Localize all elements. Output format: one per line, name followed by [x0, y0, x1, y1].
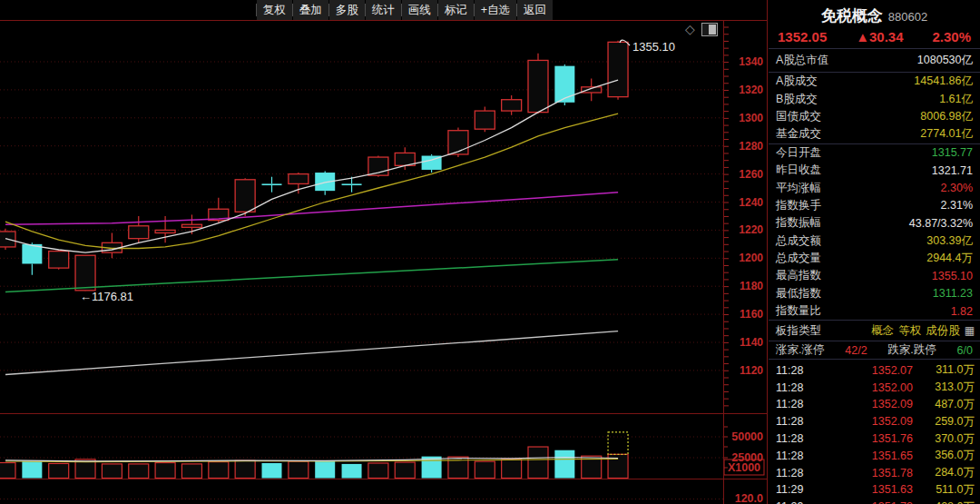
candle	[342, 183, 362, 185]
draw-line-button[interactable]: 画线	[402, 0, 437, 20]
svg-text:1280: 1280	[739, 140, 763, 153]
svg-text:1355.10: 1355.10	[632, 40, 675, 54]
volume-bar	[528, 447, 548, 478]
back-button[interactable]: 返回	[517, 0, 553, 20]
tick-price: 1352.09	[819, 398, 913, 410]
tick-time: 11:28	[769, 381, 819, 394]
tick-volume: 370.0万	[913, 431, 980, 447]
info-row-label: 最低指数	[776, 286, 821, 301]
tick-price: 1352.09	[819, 415, 913, 428]
kline-chart[interactable]: 1340132013001280126012401220120011801160…	[0, 0, 768, 504]
info-row: 最低指数1311.23	[769, 285, 980, 302]
tick-price: 1351.73	[819, 500, 913, 504]
decliners-value: 6/0	[957, 344, 973, 357]
chart-toolbar: 复权叠加多股统计画线标记+自选返回	[256, 0, 553, 20]
candle	[75, 255, 95, 291]
info-row-label: 总成交额	[776, 233, 821, 249]
adjust-price-button[interactable]: 复权	[257, 0, 292, 20]
svg-text:50000: 50000	[731, 430, 763, 443]
info-row-value: 1315.77	[932, 146, 973, 159]
svg-text:1120: 1120	[740, 364, 763, 377]
info-row: 今日开盘1315.77	[769, 144, 980, 162]
component-list-icon[interactable]: ▦	[965, 324, 975, 337]
volume-bar	[554, 450, 574, 479]
ma-long-gray	[5, 331, 618, 375]
volume-bar	[181, 464, 201, 479]
info-row: A股总市值1080530亿	[769, 49, 980, 72]
tick-list[interactable]: 11:281352.07311.0万11:281352.00313.0万11:2…	[769, 360, 980, 504]
volume-bar	[235, 460, 255, 478]
info-row-value: 43.87/3.32%	[909, 217, 973, 230]
info-row-label: 指数换手	[776, 198, 821, 213]
info-row-value: 303.39亿	[926, 233, 973, 249]
tick-time: 11:28	[769, 398, 819, 410]
candle	[608, 42, 628, 96]
candle	[181, 224, 201, 227]
info-row-label: 昨日收盘	[776, 163, 821, 178]
board-type-link[interactable]: 等权	[898, 323, 921, 339]
board-type-label: 板指类型	[776, 323, 821, 339]
info-row: 指数换手2.31%	[769, 197, 980, 214]
multi-stock-button[interactable]: 多股	[329, 0, 365, 20]
info-row-value: 2.31%	[941, 199, 973, 212]
volume-bar	[395, 462, 415, 478]
price-change: ▲30.34	[856, 29, 903, 44]
info-row: 指数振幅43.87/3.32%	[769, 214, 980, 232]
board-type-row: 板指类型 概念等权成份股▦	[769, 321, 980, 341]
info-row-value: 2944.4万	[926, 251, 973, 266]
info-row: 平均涨幅2.30%	[769, 179, 980, 196]
info-row: 最高指数1355.10	[769, 267, 980, 284]
candle	[502, 100, 522, 111]
info-row-value: 1.61亿	[939, 92, 973, 107]
volume-bar	[102, 464, 122, 479]
ma-yellow	[5, 114, 618, 248]
svg-text:X1000: X1000	[728, 461, 760, 474]
statistics-button[interactable]: 统计	[366, 0, 401, 20]
info-row: 总成交额303.39亿	[769, 232, 980, 250]
tick-row: 11:281352.09259.0万	[769, 413, 980, 430]
info-row-label: 国债成交	[776, 109, 821, 124]
tick-volume: 313.0万	[913, 380, 980, 395]
tick-row: 11:281351.76370.0万	[769, 430, 980, 448]
tick-price: 1352.00	[819, 381, 913, 394]
svg-text:1300: 1300	[739, 112, 763, 124]
volume-bar	[368, 463, 388, 479]
ma-layer	[5, 80, 618, 462]
info-row-value: 1311.23	[933, 287, 973, 300]
candle	[448, 131, 468, 154]
volume-bar	[155, 463, 175, 479]
info-row-label: A股总市值	[776, 53, 828, 68]
add-watchlist-button[interactable]: +自选	[475, 0, 516, 20]
svg-text:1220: 1220	[739, 223, 763, 236]
svg-text:1320: 1320	[739, 84, 763, 96]
info-row-value: 2.30%	[941, 182, 973, 194]
tick-volume: 487.0万	[913, 397, 980, 412]
chart-region: 1340132013001280126012401220120011801160…	[0, 0, 768, 504]
svg-text:←1176.81: ←1176.81	[80, 290, 133, 303]
volume-layer	[0, 432, 628, 479]
axis-layer: 1340132013001280126012401220120011801160…	[723, 27, 764, 504]
tick-row: 11:281351.78284.0万	[769, 464, 980, 481]
tick-volume: 356.0万	[913, 448, 980, 463]
volume-bar	[129, 464, 149, 479]
candle	[289, 174, 309, 184]
tick-row: 11:281352.07311.0万	[769, 361, 980, 379]
advancers-label: 涨家.涨停	[776, 342, 824, 358]
candle	[49, 252, 69, 269]
info-row-value: 1321.71	[932, 164, 973, 177]
last-price: 1352.05	[778, 29, 827, 44]
diamond-marker-icon[interactable]: ◇	[685, 22, 695, 36]
overlay-button[interactable]: 叠加	[293, 0, 328, 20]
tick-time: 11:28	[769, 415, 819, 428]
tick-volume: 511.0万	[913, 482, 980, 498]
info-row-label: 最高指数	[776, 268, 821, 283]
decliners-label: 跌家.跌停	[887, 342, 936, 358]
mark-button[interactable]: 标记	[438, 0, 474, 20]
svg-text:1140: 1140	[740, 336, 763, 349]
info-row: 国债成交8006.98亿	[769, 108, 980, 125]
volume-bar	[209, 462, 229, 479]
panel-split-icon[interactable]	[701, 23, 718, 36]
board-type-link[interactable]: 成份股	[926, 323, 960, 339]
board-type-link[interactable]: 概念	[871, 323, 894, 339]
info-row: 昨日收盘1321.71	[769, 162, 980, 179]
